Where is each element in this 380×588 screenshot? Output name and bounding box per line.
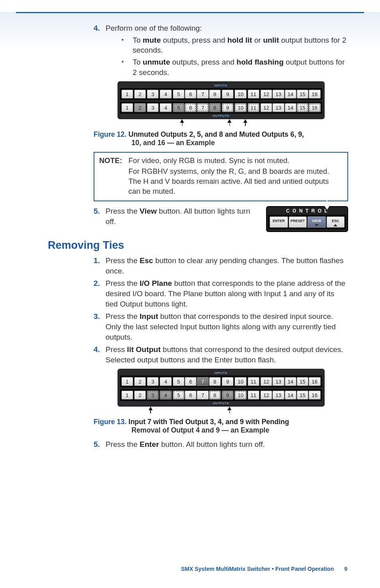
output-btn[interactable]: 16: [309, 391, 320, 399]
output-btn[interactable]: 3: [147, 391, 159, 399]
note-line-1: For video, only RGB is muted. Sync is no…: [129, 156, 343, 166]
output-btn[interactable]: 10: [235, 391, 246, 399]
input-btn[interactable]: 16: [309, 90, 320, 98]
b1-mid2: or: [252, 36, 263, 44]
input-btn[interactable]: 1: [121, 90, 133, 98]
output-btn[interactable]: 6: [185, 103, 196, 112]
step-5-row: 5. Press the View button. All button lig…: [32, 206, 348, 232]
output-btn[interactable]: 9: [222, 391, 233, 399]
preset-button[interactable]: PRESET: [289, 216, 307, 228]
input-btn[interactable]: 13: [272, 377, 284, 386]
output-btn[interactable]: 14: [285, 391, 296, 399]
output-btn[interactable]: 4: [160, 103, 171, 112]
output-btn[interactable]: 6: [185, 391, 196, 399]
input-btn[interactable]: 3: [147, 377, 159, 386]
output-btn[interactable]: 11: [248, 391, 259, 399]
rt3-bold: Input: [140, 312, 158, 321]
outputs-label: OUTPUTS: [120, 114, 322, 118]
view-button[interactable]: VIEW: [308, 216, 326, 228]
rt1-body: Press the Esc button to clear any pendin…: [106, 256, 348, 276]
rt4-num: 4.: [94, 344, 106, 365]
input-btn[interactable]: 10: [235, 90, 246, 98]
output-btn[interactable]: 13: [272, 391, 284, 399]
output-btn[interactable]: 5: [173, 391, 184, 399]
output-btn[interactable]: 15: [297, 391, 308, 399]
b1-mid: outputs, press and: [161, 36, 227, 44]
output-btn[interactable]: 7: [197, 391, 208, 399]
output-btn[interactable]: 16: [309, 103, 320, 112]
page-footer: SMX System MultiMatrix Switcher • Front …: [181, 566, 347, 572]
input-btn[interactable]: 12: [261, 90, 272, 98]
page-number: 9: [344, 566, 347, 572]
output-btn[interactable]: 2: [134, 391, 146, 399]
control-panel: C O N T R O L ENTER PRESET VIEW ESC: [266, 206, 348, 232]
output-btn[interactable]: 3: [147, 103, 159, 112]
input-btn[interactable]: 8: [209, 90, 221, 98]
input-btn[interactable]: 8: [209, 377, 221, 386]
esc-button[interactable]: ESC: [327, 216, 345, 228]
input-btn[interactable]: 6: [185, 90, 196, 98]
arrow-up-icon: [180, 119, 184, 123]
input-btn[interactable]: 1: [121, 377, 133, 386]
output-btn[interactable]: 2: [134, 103, 146, 112]
input-btn[interactable]: 4: [160, 377, 171, 386]
input-btn[interactable]: 13: [272, 90, 284, 98]
b2-bold1: unmute: [143, 58, 170, 66]
input-btn[interactable]: 6: [185, 377, 196, 386]
figure-12-panel: INPUTS 1 2 3 4 5 6 7 8 9 10 11 12 13 14 …: [118, 81, 325, 119]
input-btn[interactable]: 11: [248, 377, 259, 386]
input-btn[interactable]: 5: [173, 377, 184, 386]
output-btn[interactable]: 8: [209, 391, 221, 399]
input-btn[interactable]: 2: [134, 90, 146, 98]
rt-step-2: 2. Press the I/O Plane button that corre…: [32, 278, 348, 309]
step-5-number: 5.: [94, 206, 106, 226]
input-btn[interactable]: 14: [285, 90, 296, 98]
input-btn[interactable]: 4: [160, 90, 171, 98]
input-btn[interactable]: 10: [235, 377, 246, 386]
input-btn[interactable]: 15: [297, 377, 308, 386]
output-btn[interactable]: 5: [173, 103, 184, 112]
input-btn[interactable]: 16: [309, 377, 320, 386]
output-btn[interactable]: 7: [197, 103, 208, 112]
input-btn[interactable]: 9: [222, 90, 233, 98]
input-btn[interactable]: 7: [197, 377, 208, 386]
view-label: VIEW: [312, 219, 321, 223]
arrow-up-icon: [149, 407, 153, 410]
input-btn[interactable]: 2: [134, 377, 146, 386]
output-btn[interactable]: 12: [261, 391, 272, 399]
input-btn[interactable]: 3: [147, 90, 159, 98]
outputs-label: OUTPUTS: [120, 401, 322, 405]
output-btn[interactable]: 15: [297, 103, 308, 112]
output-btn[interactable]: 10: [235, 103, 246, 112]
figure-13: INPUTS 1 2 3 4 5 6 7 8 9 10 11 12 13 14 …: [94, 369, 348, 435]
output-btn[interactable]: 4: [160, 391, 171, 399]
output-btn[interactable]: 14: [285, 103, 296, 112]
figure-13-panel: INPUTS 1 2 3 4 5 6 7 8 9 10 11 12 13 14 …: [118, 369, 325, 407]
input-btn[interactable]: 14: [285, 377, 296, 386]
output-btn[interactable]: 11: [248, 103, 259, 112]
rt3-num: 3.: [94, 311, 106, 342]
input-btn[interactable]: 5: [173, 90, 184, 98]
inputs-row-13: 1 2 3 4 5 6 7 8 9 10 11 12 13 14 15 16: [120, 376, 322, 387]
b1-bold2: hold lit: [227, 36, 252, 44]
inputs-row: 1 2 3 4 5 6 7 8 9 10 11 12 13 14 15 16: [120, 88, 322, 100]
page-content: 4. Perform one of the following: • To mu…: [0, 23, 380, 452]
note-box: NOTE: For video, only RGB is muted. Sync…: [94, 152, 348, 201]
note-body: For video, only RGB is muted. Sync is no…: [129, 156, 343, 197]
input-btn[interactable]: 9: [222, 377, 233, 386]
input-btn[interactable]: 11: [248, 90, 259, 98]
outputs-row-13: 1 2 3 4 5 6 7 8 9 10 11 12 13 14 15 16: [120, 389, 322, 401]
output-btn[interactable]: 12: [261, 103, 272, 112]
inputs-label: INPUTS: [120, 371, 322, 375]
enter-button[interactable]: ENTER: [270, 216, 288, 228]
output-btn[interactable]: 1: [121, 103, 133, 112]
output-btn[interactable]: 8: [209, 103, 221, 112]
input-btn[interactable]: 15: [297, 90, 308, 98]
input-btn[interactable]: 7: [197, 90, 208, 98]
input-btn[interactable]: 12: [261, 377, 272, 386]
rt5-body: Press the Enter button. All button light…: [106, 439, 348, 450]
s5-bold: View: [140, 207, 157, 215]
output-btn[interactable]: 9: [222, 103, 233, 112]
output-btn[interactable]: 1: [121, 391, 133, 399]
output-btn[interactable]: 13: [272, 103, 284, 112]
